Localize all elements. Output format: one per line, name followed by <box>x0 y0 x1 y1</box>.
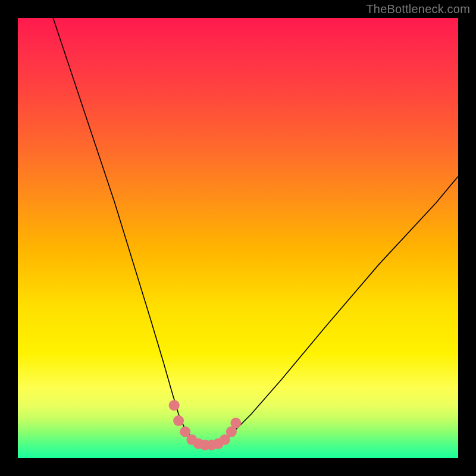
bottleneck-curve <box>53 18 458 445</box>
marker-group <box>169 400 242 450</box>
marker-point <box>169 400 180 411</box>
marker-point <box>173 415 184 426</box>
watermark-text: TheBottleneck.com <box>366 2 470 16</box>
plot-area <box>18 18 458 458</box>
chart-frame: TheBottleneck.com <box>0 0 476 476</box>
marker-point <box>230 418 241 428</box>
chart-svg <box>18 18 458 458</box>
